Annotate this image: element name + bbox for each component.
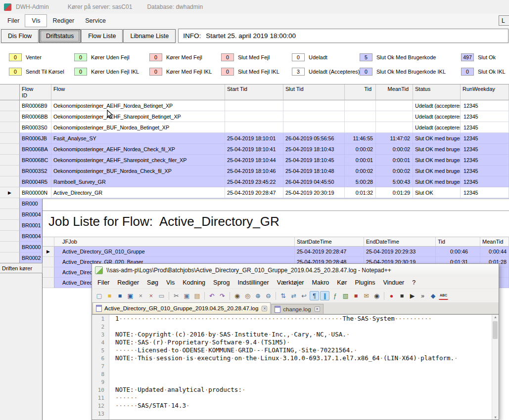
npp-menu-sprog[interactable]: Sprog xyxy=(209,277,233,288)
doc-tab-active[interactable]: Active_Directory_GR_010_Gruppe_2019.04.2… xyxy=(93,302,271,314)
replace-icon[interactable]: ◎ xyxy=(243,291,252,300)
show-all-characters-icon[interactable]: ¶ xyxy=(310,291,319,300)
counter-k-rer-med-fejl: 0Kører Med Fejl xyxy=(149,53,202,61)
npp-menu-vis[interactable]: Vis xyxy=(162,277,179,288)
row-selector[interactable] xyxy=(43,257,54,267)
npp-menu-rediger[interactable]: Rediger xyxy=(113,277,143,288)
doc-tab[interactable]: change.log× xyxy=(271,304,323,314)
cut-icon[interactable]: ✂ xyxy=(172,291,181,300)
row-selector[interactable]: ▶ xyxy=(43,247,54,257)
export-pdf-icon[interactable]: ■ xyxy=(351,291,361,300)
row-selector[interactable] xyxy=(0,209,20,220)
spell-check-icon[interactable]: ABC xyxy=(439,292,448,300)
redo-icon[interactable]: ↷ xyxy=(218,291,227,300)
npp-menu-vinduer[interactable]: Vinduer xyxy=(379,277,408,288)
macro-play-icon[interactable]: ▶ xyxy=(408,291,417,300)
whitespace-dot: · xyxy=(130,402,134,409)
npp-menu-kodning[interactable]: Kodning xyxy=(179,277,209,288)
document-map-icon[interactable]: ▧ xyxy=(341,291,350,300)
open-folder-icon[interactable]: ■ xyxy=(105,291,114,300)
scrollbar-thumb[interactable] xyxy=(493,321,498,339)
close-icon[interactable]: × xyxy=(136,291,145,300)
find-icon[interactable]: ◉ xyxy=(232,291,242,300)
job-row[interactable]: ▶Active_Directory_GR_010_Gruppe25-04-201… xyxy=(43,247,509,257)
flow-row[interactable]: BR0004R5Ramboell_Survey_GR25-04-2019 23:… xyxy=(0,176,509,187)
row-selector[interactable] xyxy=(0,144,20,155)
view-tab-dis-flow[interactable]: Dis Flow xyxy=(1,29,39,43)
row-selector[interactable] xyxy=(0,231,20,242)
row-selector[interactable] xyxy=(0,252,20,263)
new-file-icon[interactable]: ▢ xyxy=(94,291,104,300)
row-selector[interactable] xyxy=(0,198,20,209)
row-selector[interactable] xyxy=(0,111,20,122)
editor[interactable]: 11······································… xyxy=(92,314,499,420)
menu-service[interactable]: Service xyxy=(80,15,111,27)
row-selector[interactable] xyxy=(43,267,54,278)
row-selector[interactable] xyxy=(0,176,20,187)
row-selector[interactable] xyxy=(43,278,54,288)
col-header-meantid: MeanTid xyxy=(480,237,509,247)
npp-menu-filer[interactable]: Filer xyxy=(93,277,113,288)
row-selector[interactable] xyxy=(0,155,20,166)
scroll-up-icon[interactable]: ▲ xyxy=(492,315,499,319)
npp-menu-item[interactable]: ? xyxy=(408,277,419,288)
view-tab-libname-liste[interactable]: Libname Liste xyxy=(123,29,176,43)
print-icon[interactable]: ▭ xyxy=(157,291,166,300)
macro-save-icon[interactable]: ◆ xyxy=(428,291,438,300)
zoom-out-icon[interactable]: ⊖ xyxy=(264,291,273,300)
macro-record-icon[interactable]: ● xyxy=(387,291,396,300)
close-tab-icon[interactable]: × xyxy=(315,306,320,312)
npp-menu-v-rkt-jer[interactable]: Værktøjer xyxy=(273,277,308,288)
flow-row[interactable]: BR0006JBFasit_Analyse_SY25-04-2019 18:10… xyxy=(0,133,509,144)
mail-icon[interactable]: ✉ xyxy=(362,291,371,300)
view-tab-flow-liste[interactable]: Flow Liste xyxy=(81,29,123,43)
row-selector[interactable] xyxy=(0,220,20,231)
col-header-meantid: MeanTid xyxy=(376,84,413,100)
npp-menu-s-g[interactable]: Søg xyxy=(143,277,162,288)
editor-scrollbar[interactable]: ▲ ▼ xyxy=(492,315,499,420)
corner-button[interactable]: L xyxy=(499,15,509,26)
preview-eye-icon[interactable]: ◉ xyxy=(372,291,381,300)
paste-icon[interactable]: ▤ xyxy=(192,291,202,300)
menu-vis[interactable]: Vis xyxy=(25,14,47,27)
row-selector[interactable] xyxy=(0,133,20,144)
row-selector[interactable] xyxy=(0,100,20,111)
npp-menu-indstillinger[interactable]: Indstillinger xyxy=(233,277,273,288)
flow-row[interactable]: BR0006BCOekonomiposteringer_AEHF_Sharepo… xyxy=(0,155,509,166)
menu-rediger[interactable]: Rediger xyxy=(47,15,80,27)
row-selector[interactable] xyxy=(0,122,20,133)
copy-icon[interactable]: ▣ xyxy=(182,291,191,300)
scroll-down-icon[interactable]: ▼ xyxy=(492,416,499,419)
indent-guide-icon[interactable]: ∥ xyxy=(320,291,329,300)
undo-icon[interactable]: ↶ xyxy=(207,291,217,300)
save-all-icon[interactable]: ▣ xyxy=(126,291,135,300)
npp-menu-makro[interactable]: Makro xyxy=(308,277,333,288)
notepadpp-titlebar[interactable]: \\sas-adm-p\Logs\Prod\Batchjobs\Active_D… xyxy=(92,264,499,277)
flow-row[interactable]: BR0006B9Oekonomiposteringer_AEHF_Nordea_… xyxy=(0,100,509,111)
save-icon[interactable]: ■ xyxy=(115,291,125,300)
flow-row[interactable]: ▶BR00000NActive_Directory_GR25-04-2019 2… xyxy=(0,187,509,198)
npp-menu-k-r[interactable]: Kør xyxy=(333,277,351,288)
sync-scroll-horizontal-icon[interactable]: ⇄ xyxy=(289,291,298,300)
flow-row[interactable]: BR0003S0Oekonomiposteringer_BUF_Nordea_B… xyxy=(0,122,509,133)
flow-row[interactable]: BR0006BBOekonomiposteringer_AEHF_Sharepo… xyxy=(0,111,509,122)
menu-filer[interactable]: Filer xyxy=(2,15,25,27)
word-wrap-icon[interactable]: ↩ xyxy=(299,291,309,300)
npp-menu-plugins[interactable]: Plugins xyxy=(351,277,379,288)
flow-row[interactable]: BR0003S2Oekonomiposteringer_BUF_Nordea_C… xyxy=(0,166,509,176)
function-list-icon[interactable]: ƒ xyxy=(330,291,340,300)
zoom-in-icon[interactable]: ⊕ xyxy=(253,291,263,300)
whitespace-dot: · xyxy=(115,394,119,401)
row-selector[interactable] xyxy=(0,166,20,176)
row-selector[interactable]: ▶ xyxy=(0,187,20,198)
close-tab-icon[interactable]: × xyxy=(262,306,267,311)
macro-run-multiple-icon[interactable]: » xyxy=(418,291,427,300)
row-selector[interactable] xyxy=(0,242,20,252)
flow-row[interactable]: BR0006BAOekonomiposteringer_AEHF_Nordea_… xyxy=(0,144,509,155)
cell-id: BR0006JB xyxy=(20,133,51,144)
macro-stop-icon[interactable]: ■ xyxy=(397,291,407,300)
view-tab-driftstatus[interactable]: Driftstatus xyxy=(39,29,81,43)
sync-scroll-vertical-icon[interactable]: ⇅ xyxy=(278,291,288,300)
close-all-icon[interactable]: × xyxy=(146,291,156,300)
mouse-cursor xyxy=(107,110,113,120)
